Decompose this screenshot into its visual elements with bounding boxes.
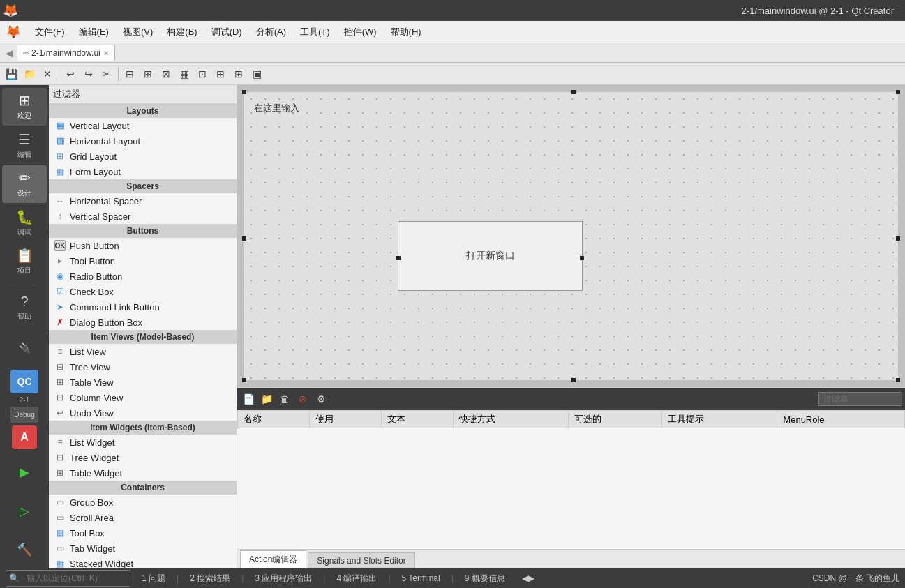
widget-radio-button[interactable]: ◉ Radio Button xyxy=(49,269,237,284)
menu-file[interactable]: 文件(F) xyxy=(29,23,70,41)
widget-push-button[interactable]: OK Push Button xyxy=(49,238,237,253)
widget-tree-widget[interactable]: ⊟ Tree Widget xyxy=(49,450,237,465)
locate-input[interactable] xyxy=(22,572,127,585)
status-compile[interactable]: 4 编译输出 xyxy=(331,573,382,585)
col-shortcut[interactable]: 快捷方式 xyxy=(453,411,568,428)
toolbar-vlayout-icon[interactable]: ⊞ xyxy=(140,66,156,82)
widget-table-widget[interactable]: ⊞ Table Widget xyxy=(49,465,237,481)
widget-vertical-spacer[interactable]: ↕ Vertical Spacer xyxy=(49,209,237,224)
col-use[interactable]: 使用 xyxy=(309,411,381,428)
handle-bottom-mid[interactable] xyxy=(571,378,576,382)
toolbar-break-icon[interactable]: ⊡ xyxy=(194,66,211,82)
widget-tree-view[interactable]: ⊟ Tree View xyxy=(49,359,237,375)
toolbar-undo-icon[interactable]: ↩ xyxy=(62,66,79,82)
debug-mode-button[interactable]: Debug xyxy=(10,407,38,423)
tab-close-button[interactable]: ✕ xyxy=(103,50,109,57)
widget-form-layout[interactable]: ▦ Form Layout xyxy=(49,164,237,179)
widget-command-link-button[interactable]: ➤ Command Link Button xyxy=(49,299,237,315)
col-name[interactable]: 名称 xyxy=(238,411,310,428)
menu-build[interactable]: 构建(B) xyxy=(161,23,202,41)
menu-help[interactable]: 帮助(H) xyxy=(385,23,427,41)
toolbar-form-icon[interactable]: ▦ xyxy=(176,66,193,82)
menu-widgets[interactable]: 控件(W) xyxy=(338,23,382,41)
activity-help[interactable]: ? 帮助 xyxy=(2,289,47,327)
handle-bottom-left[interactable] xyxy=(242,378,246,382)
action-delete-btn[interactable]: 🗑 xyxy=(276,391,293,407)
widget-scroll-area[interactable]: ▭ Scroll Area xyxy=(49,510,237,525)
handle-top-mid[interactable] xyxy=(571,90,576,94)
tab-mainwindow[interactable]: ✏ 2-1/mainwindow.ui ✕ xyxy=(17,45,115,61)
widget-vertical-layout[interactable]: ▤ Vertical Layout xyxy=(49,118,237,133)
activity-run[interactable]: ▶ xyxy=(2,453,47,491)
widget-stacked-widget[interactable]: ▦ Stacked Widget xyxy=(49,556,237,568)
status-overview[interactable]: 9 概要信息 xyxy=(459,573,511,585)
tab-action-editor[interactable]: Action编辑器 xyxy=(240,550,306,568)
toolbar-glayout-icon[interactable]: ⊠ xyxy=(158,66,174,82)
menu-view[interactable]: 视图(V) xyxy=(117,23,158,41)
canvas-grid[interactable]: 在这里输入 打开新窗口 xyxy=(244,92,898,380)
toolbar-grid-icon[interactable]: ⊞ xyxy=(230,66,247,82)
widget-group-box[interactable]: ▭ Group Box xyxy=(49,495,237,510)
status-terminal[interactable]: 5 Terminal xyxy=(396,573,446,583)
toolbar-open-icon[interactable]: 📁 xyxy=(21,66,38,82)
action-settings-btn[interactable]: ⚙ xyxy=(313,391,329,407)
col-checkable[interactable]: 可选的 xyxy=(569,411,662,428)
widget-grid-layout[interactable]: ⊞ Grid Layout xyxy=(49,149,237,164)
widget-table-view[interactable]: ⊞ Table View xyxy=(49,375,237,390)
status-arrow[interactable]: ◀▶ xyxy=(516,573,540,583)
handle-top-right[interactable] xyxy=(896,90,900,94)
widget-check-box[interactable]: ☑ Check Box xyxy=(49,284,237,299)
widget-list-widget[interactable]: ≡ List Widget xyxy=(49,435,237,450)
status-problems[interactable]: 1 问题 xyxy=(136,573,171,585)
col-text[interactable]: 文本 xyxy=(381,411,453,428)
action-stop-btn[interactable]: ⊘ xyxy=(294,391,311,407)
widget-tab-widget[interactable]: ▭ Tab Widget xyxy=(49,541,237,556)
canvas-button-widget[interactable]: 打开新窗口 xyxy=(398,221,583,291)
col-tooltip[interactable]: 工具提示 xyxy=(662,411,777,428)
button-handle-left[interactable] xyxy=(396,256,401,260)
app-switcher-button[interactable]: A xyxy=(12,425,37,449)
toolbar-close-icon[interactable]: ✕ xyxy=(39,66,56,82)
tab-signals-slots[interactable]: Signals and Slots Editor xyxy=(308,552,414,568)
toolbar-hlayout-icon[interactable]: ⊟ xyxy=(121,66,138,82)
toolbar-preview-icon[interactable]: ▣ xyxy=(248,66,265,82)
menu-analyze[interactable]: 分析(A) xyxy=(250,23,292,41)
activity-welcome[interactable]: ⊞ 欢迎 xyxy=(2,88,47,126)
toolbar-save-icon[interactable]: 💾 xyxy=(3,66,20,82)
widget-dialog-button-box[interactable]: ✗ Dialog Button Box xyxy=(49,315,237,330)
activity-build[interactable]: 🔨 xyxy=(2,531,47,568)
activity-edit[interactable]: ☰ 编辑 xyxy=(2,127,47,165)
locate-input-wrapper[interactable]: 🔍 xyxy=(6,570,130,587)
toolbar-redo-icon[interactable]: ↪ xyxy=(80,66,97,82)
menu-debug[interactable]: 调试(D) xyxy=(206,23,248,41)
handle-top-left[interactable] xyxy=(242,90,246,94)
button-handle-right[interactable] xyxy=(580,256,584,260)
activity-design[interactable]: ✏ 设计 xyxy=(2,165,47,203)
activity-debug[interactable]: 🐛 调试 xyxy=(2,204,47,242)
handle-left-mid[interactable] xyxy=(242,236,246,241)
toolbar-adjust-icon[interactable]: ⊞ xyxy=(212,66,229,82)
widget-tool-box[interactable]: ▦ Tool Box xyxy=(49,525,237,541)
handle-right-mid[interactable] xyxy=(896,236,900,241)
tab-arrow-left[interactable]: ◀ xyxy=(3,47,15,59)
widget-horizontal-spacer[interactable]: ↔ Horizontal Spacer xyxy=(49,193,237,209)
menu-edit[interactable]: 编辑(E) xyxy=(73,23,114,41)
action-filter-input[interactable] xyxy=(818,392,902,406)
widget-undo-view[interactable]: ↩ Undo View xyxy=(49,405,237,421)
action-open-btn[interactable]: 📁 xyxy=(258,391,275,407)
qc-button[interactable]: QC xyxy=(10,370,38,393)
activity-project[interactable]: 📋 项目 xyxy=(2,243,47,280)
action-add-btn[interactable]: 📄 xyxy=(240,391,257,407)
widget-horizontal-layout[interactable]: ▥ Horizontal Layout xyxy=(49,133,237,149)
widget-tool-button[interactable]: ▸ Tool Button xyxy=(49,253,237,269)
canvas-area[interactable]: 在这里输入 打开新窗口 xyxy=(237,85,905,387)
activity-run2[interactable]: ▷ xyxy=(2,492,47,530)
col-menurole[interactable]: MenuRole xyxy=(777,411,905,428)
activity-extensions[interactable]: 🔌 xyxy=(2,329,47,367)
toolbar-cut-icon[interactable]: ✂ xyxy=(98,66,115,82)
menu-tools[interactable]: 工具(T) xyxy=(294,23,336,41)
status-search[interactable]: 2 搜索结果 xyxy=(184,573,236,585)
status-app-output[interactable]: 3 应用程序输出 xyxy=(249,573,317,585)
widget-column-view[interactable]: ⊟ Column View xyxy=(49,390,237,405)
handle-bottom-right[interactable] xyxy=(896,378,900,382)
